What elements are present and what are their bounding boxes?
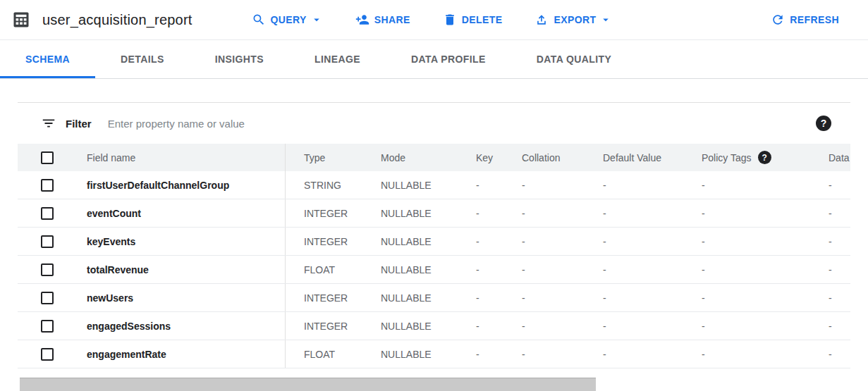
cell-default-value: - (585, 312, 683, 340)
horizontal-scrollbar-thumb[interactable] (20, 378, 596, 391)
filter-row: Filter ? (18, 103, 850, 144)
toolbar: user_acquisition_report QUERYSHAREDELETE… (0, 0, 868, 40)
row-checkbox[interactable] (41, 235, 54, 248)
column-header-key: Key (458, 144, 503, 171)
cell-default-value: - (585, 171, 683, 199)
row-checkbox[interactable] (41, 320, 54, 333)
tab-schema[interactable]: SCHEMA (0, 40, 95, 78)
cell-policy-tags: - (683, 256, 810, 283)
delete-button-label: DELETE (462, 14, 503, 25)
table-row: engagementRate FLOAT NULLABLE - - - - - (18, 340, 850, 368)
cell-data: - (810, 340, 850, 368)
column-header-type: Type (285, 144, 362, 171)
delete-button[interactable]: DELETE (443, 13, 503, 27)
search-icon (252, 13, 266, 27)
share-button-label: SHARE (374, 14, 410, 25)
cell-type: FLOAT (285, 256, 362, 283)
row-checkbox[interactable] (41, 348, 54, 361)
column-header-field-name: Field name (87, 144, 285, 171)
table-icon (11, 10, 31, 30)
cell-type: FLOAT (285, 340, 362, 368)
horizontal-scrollbar (0, 378, 868, 391)
row-checkbox-cell (18, 284, 87, 311)
cell-default-value: - (585, 256, 683, 283)
policy-tags-label: Policy Tags (702, 152, 752, 163)
column-header-policy-tags: Policy Tags ? (683, 144, 810, 171)
row-checkbox-cell (18, 340, 87, 368)
cell-default-value: - (585, 228, 683, 255)
tab-insights[interactable]: INSIGHTS (190, 40, 289, 78)
title-group: user_acquisition_report (11, 10, 192, 30)
cell-key: - (458, 256, 503, 283)
table-row: totalRevenue FLOAT NULLABLE - - - - - (18, 256, 850, 284)
header-checkbox-cell (18, 144, 87, 171)
upload-icon (534, 13, 549, 27)
cell-key: - (458, 284, 503, 311)
cell-type: INTEGER (285, 312, 362, 340)
row-checkbox[interactable] (41, 292, 54, 304)
toolbar-actions: QUERYSHAREDELETEEXPORT (252, 13, 613, 27)
table-header-row: Field name Type Mode Key Collation Defau… (18, 144, 850, 171)
cell-key: - (458, 171, 503, 199)
table-row: engagedSessions INTEGER NULLABLE - - - -… (18, 312, 850, 340)
table-row: keyEvents INTEGER NULLABLE - - - - - (18, 228, 850, 256)
row-checkbox[interactable] (41, 263, 54, 276)
query-button-label: QUERY (271, 14, 307, 25)
cell-field-name: firstUserDefaultChannelGroup (87, 171, 285, 199)
cell-policy-tags: - (683, 284, 810, 311)
tab-data-quality[interactable]: DATA QUALITY (511, 40, 637, 78)
row-checkbox[interactable] (41, 207, 54, 220)
column-header-mode: Mode (362, 144, 458, 171)
cell-data: - (810, 284, 850, 311)
trash-icon (443, 13, 457, 27)
tab-details[interactable]: DETAILS (95, 40, 190, 78)
cell-field-name: newUsers (87, 284, 285, 311)
cell-data: - (810, 312, 850, 340)
tab-data-profile[interactable]: DATA PROFILE (386, 40, 511, 78)
cell-mode: NULLABLE (362, 228, 458, 255)
policy-tags-help-icon[interactable]: ? (758, 151, 771, 164)
cell-default-value: - (585, 199, 683, 227)
cell-collation: - (503, 228, 585, 255)
cell-collation: - (503, 199, 585, 227)
caret-down-icon (310, 13, 323, 26)
cell-collation: - (503, 312, 585, 340)
row-checkbox-cell (18, 228, 87, 255)
row-checkbox-cell (18, 171, 87, 199)
share-button[interactable]: SHARE (355, 13, 410, 27)
cell-field-name: engagedSessions (87, 312, 285, 340)
cell-policy-tags: - (683, 199, 810, 227)
filter-help-icon[interactable]: ? (816, 116, 831, 131)
select-all-checkbox[interactable] (41, 151, 54, 164)
tab-lineage[interactable]: LINEAGE (289, 40, 386, 78)
caret-down-icon (599, 13, 612, 26)
table-row: newUsers INTEGER NULLABLE - - - - - (18, 284, 850, 312)
cell-type: STRING (285, 171, 362, 199)
query-button[interactable]: QUERY (252, 13, 323, 27)
tab-bar: SCHEMADETAILSINSIGHTSLINEAGEDATA PROFILE… (0, 40, 868, 79)
column-header-default-value: Default Value (585, 144, 683, 171)
cell-data: - (810, 256, 850, 283)
page-title: user_acquisition_report (42, 12, 192, 28)
cell-key: - (458, 312, 503, 340)
filter-icon (41, 116, 56, 131)
cell-key: - (458, 199, 503, 227)
table-body: firstUserDefaultChannelGroup STRING NULL… (18, 171, 850, 368)
cell-field-name: totalRevenue (87, 256, 285, 283)
cell-field-name: eventCount (87, 199, 285, 227)
filter-input[interactable] (106, 117, 816, 130)
cell-policy-tags: - (683, 340, 810, 368)
cell-data: - (810, 171, 850, 199)
row-checkbox-cell (18, 199, 87, 227)
refresh-button[interactable]: REFRESH (771, 13, 839, 27)
cell-data: - (810, 199, 850, 227)
person-add-icon (355, 13, 369, 27)
table-row: eventCount INTEGER NULLABLE - - - - - (18, 199, 850, 228)
cell-type: INTEGER (285, 228, 362, 255)
export-button[interactable]: EXPORT (534, 13, 612, 27)
cell-mode: NULLABLE (362, 312, 458, 340)
cell-mode: NULLABLE (362, 199, 458, 227)
table-row: firstUserDefaultChannelGroup STRING NULL… (18, 171, 850, 199)
row-checkbox[interactable] (41, 179, 54, 192)
cell-type: INTEGER (285, 284, 362, 311)
